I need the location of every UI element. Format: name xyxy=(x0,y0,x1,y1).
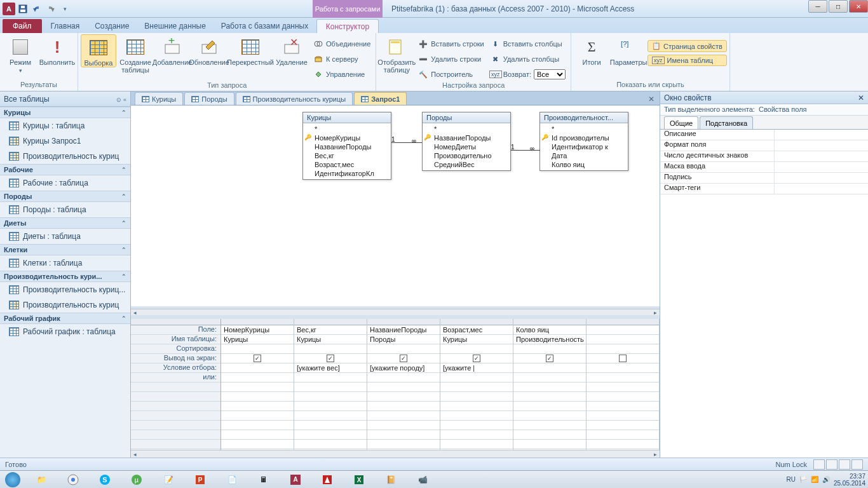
empty-cell[interactable] xyxy=(513,440,586,449)
table-field[interactable]: Возраст,мес xyxy=(303,160,391,169)
table-field[interactable]: Id производителы xyxy=(540,133,628,142)
empty-cell[interactable] xyxy=(294,449,367,450)
task-skype[interactable]: S xyxy=(90,472,120,487)
sort-cell[interactable] xyxy=(221,344,294,354)
empty-cell[interactable] xyxy=(440,421,513,430)
sort-cell[interactable] xyxy=(367,344,440,354)
table-cell[interactable] xyxy=(587,335,659,344)
file-tab[interactable]: Файл xyxy=(3,19,42,33)
document-tab[interactable]: Запрос1 xyxy=(354,92,407,105)
empty-cell[interactable] xyxy=(367,440,440,449)
datasheet-view-button[interactable] xyxy=(813,459,825,470)
hscroll-upper[interactable]: ◂▸ xyxy=(131,309,660,315)
sort-cell[interactable] xyxy=(513,344,586,354)
empty-cell[interactable] xyxy=(587,440,659,449)
prop-tab-general[interactable]: Общие xyxy=(664,116,698,129)
empty-cell[interactable] xyxy=(294,402,367,411)
empty-cell[interactable] xyxy=(367,411,440,421)
table-names-toggle[interactable]: xyzИмена таблиц xyxy=(648,55,727,66)
tab-home[interactable]: Главная xyxy=(43,19,88,33)
nav-group-header[interactable]: Рабочий график⌃ xyxy=(0,313,130,324)
redo-icon[interactable] xyxy=(44,3,57,15)
datadef-query-button[interactable]: Управление xyxy=(311,67,373,81)
parameters-button[interactable]: Параметры xyxy=(611,34,646,66)
tray-volume-icon[interactable]: 🔊 xyxy=(822,476,830,483)
tab-close-button[interactable]: ✕ xyxy=(646,93,657,105)
tab-external-data[interactable]: Внешние данные xyxy=(137,19,214,33)
view-button[interactable]: Режим▾ xyxy=(3,34,38,74)
nav-group-header[interactable]: Породы⌃ xyxy=(0,191,130,202)
empty-cell[interactable] xyxy=(221,421,294,430)
property-row[interactable]: Маска ввода xyxy=(660,162,868,173)
table-field[interactable]: Колво яиц xyxy=(540,160,628,169)
document-tab[interactable]: Породы xyxy=(184,92,234,105)
property-sheet-close-icon[interactable]: ✕ xyxy=(858,93,864,102)
empty-cell[interactable] xyxy=(294,440,367,449)
empty-cell[interactable] xyxy=(367,402,440,411)
save-icon[interactable] xyxy=(17,3,29,15)
empty-cell[interactable] xyxy=(367,383,440,392)
table-field[interactable]: * xyxy=(303,125,391,133)
show-checkbox[interactable]: ✓ xyxy=(254,355,261,362)
field-cell[interactable]: НомерКурицы xyxy=(221,325,294,335)
empty-cell[interactable] xyxy=(440,383,513,392)
other-view-button[interactable] xyxy=(851,459,863,470)
empty-cell[interactable] xyxy=(294,430,367,440)
sql-view-button[interactable] xyxy=(826,459,837,470)
or-cell[interactable] xyxy=(440,373,513,383)
show-cell[interactable]: ✓ xyxy=(221,354,294,363)
qat-customize-icon[interactable]: ▾ xyxy=(58,3,71,15)
empty-cell[interactable] xyxy=(367,449,440,450)
empty-cell[interactable] xyxy=(440,402,513,411)
query-grid-pane[interactable]: Поле:Имя таблицы:Сортировка:Вывод на экр… xyxy=(131,319,660,450)
empty-cell[interactable] xyxy=(294,421,367,430)
show-cell[interactable]: ✓ xyxy=(513,354,586,363)
update-query-button[interactable]: Обновление xyxy=(191,34,227,66)
column-handle[interactable] xyxy=(513,319,586,325)
show-cell[interactable]: ✓ xyxy=(367,354,440,363)
empty-cell[interactable] xyxy=(221,383,294,392)
column-handle[interactable] xyxy=(221,319,294,325)
table-field[interactable]: Производительно xyxy=(423,151,510,160)
insert-cols-button[interactable]: ⬇Вставить столбцы xyxy=(488,37,568,51)
tab-create[interactable]: Создание xyxy=(87,19,137,33)
passthrough-query-button[interactable]: К серверу xyxy=(311,52,373,66)
builder-button[interactable]: 🔨Построитель xyxy=(416,67,486,81)
criteria-cell[interactable]: [укажите вес] xyxy=(294,363,367,373)
table-box[interactable]: Производительност...*Id производителыИде… xyxy=(539,112,628,171)
task-notepad[interactable]: 📝 xyxy=(153,472,184,487)
empty-cell[interactable] xyxy=(513,402,586,411)
table-field[interactable]: НазваниеПороды xyxy=(423,133,510,142)
insert-rows-button[interactable]: ➕Вставить строки xyxy=(416,37,486,51)
column-handle[interactable] xyxy=(294,319,367,325)
empty-cell[interactable] xyxy=(221,402,294,411)
empty-cell[interactable] xyxy=(513,411,586,421)
tray-lang[interactable]: RU xyxy=(786,476,795,483)
document-tab[interactable]: Курицы xyxy=(135,92,183,105)
empty-cell[interactable] xyxy=(294,392,367,402)
empty-cell[interactable] xyxy=(440,392,513,402)
undo-icon[interactable] xyxy=(31,3,43,15)
union-query-button[interactable]: Объединение xyxy=(311,37,373,51)
empty-cell[interactable] xyxy=(440,440,513,449)
table-box-title[interactable]: Производительност... xyxy=(540,112,628,123)
return-control[interactable]: xyzВозврат: Все xyxy=(488,67,568,81)
delete-query-button[interactable]: ✕Удаление xyxy=(274,34,309,66)
empty-cell[interactable] xyxy=(587,421,659,430)
property-row[interactable]: Подпись xyxy=(660,173,868,184)
tab-database-tools[interactable]: Работа с базами данных xyxy=(214,19,316,33)
tray-network-icon[interactable]: 📶 xyxy=(811,476,818,483)
task-wordpad[interactable]: 📄 xyxy=(217,472,247,487)
criteria-cell[interactable] xyxy=(221,363,294,373)
empty-cell[interactable] xyxy=(587,449,659,450)
maximize-button[interactable]: □ xyxy=(829,0,848,13)
property-row[interactable]: Число десятичных знаков xyxy=(660,151,868,162)
criteria-cell[interactable]: [укажите породу] xyxy=(367,363,440,373)
nav-item[interactable]: Диеты : таблица xyxy=(0,229,130,244)
task-explorer[interactable]: 📁 xyxy=(26,472,57,487)
empty-cell[interactable] xyxy=(587,430,659,440)
field-cell[interactable]: Возраст,мес xyxy=(440,325,513,335)
property-row[interactable]: Описание xyxy=(660,130,868,140)
empty-cell[interactable] xyxy=(294,383,367,392)
nav-group-header[interactable]: Клетки⌃ xyxy=(0,244,130,255)
